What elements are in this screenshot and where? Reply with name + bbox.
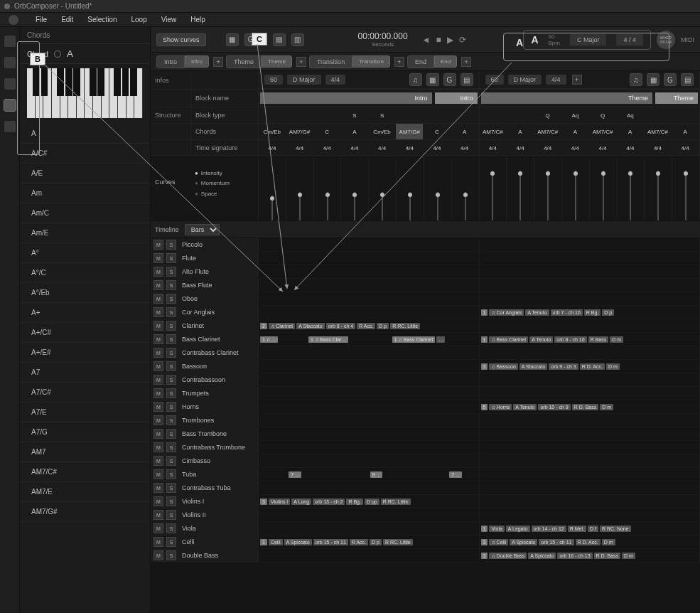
mute-button[interactable]: M [154,321,163,331]
midi-clip[interactable]: 3♫ Double BassA Spiccatoorb 16 - ch 13R … [480,550,700,561]
solo-button[interactable]: S [166,240,176,250]
tool-b-icon[interactable]: G [244,33,257,46]
mute-button[interactable]: M [154,348,163,358]
mute-button[interactable]: M [154,253,163,263]
chord-search-input[interactable] [67,48,95,59]
blocktype-cell[interactable] [672,107,699,123]
chord-cell[interactable]: AM7/C# [645,124,672,139]
section-tag[interactable]: Transition [352,55,390,68]
curve-point[interactable] [490,171,495,176]
solo-button[interactable]: S [166,321,176,331]
solo-button[interactable]: S [166,294,176,304]
curve-point[interactable] [270,196,274,201]
block-tool-icon[interactable]: ♫ [630,73,642,86]
timesig-cell[interactable]: 4/4 [369,140,397,156]
section-tag[interactable]: Intro [185,55,209,68]
tool-a-icon[interactable]: ▦ [226,33,239,46]
tool-c-icon[interactable]: ▤ [273,33,286,46]
mixer-button[interactable]: MIXER ROOM [657,31,675,49]
mute-button[interactable]: M [154,361,163,371]
curve-opt-space[interactable]: Space [195,189,254,199]
midi-clip[interactable]: 1CelliA Spiccatoorb 15 - ch 11R Acc.D pR… [259,536,479,548]
loop-button[interactable]: ⟳ [459,35,466,45]
chord-cell[interactable]: A [672,124,699,139]
timesig-cell[interactable]: 4/4 [672,140,699,156]
mute-button[interactable]: M [154,334,163,344]
block-name-bar[interactable]: Theme [481,92,653,104]
block-ts[interactable]: 4/4 [325,75,346,85]
curve-point[interactable] [628,171,632,176]
rail-chord-icon[interactable] [4,100,16,111]
chord-item[interactable]: AM7/C# [20,462,150,482]
blocktype-cell[interactable]: Aq [617,107,645,123]
chord-cell[interactable]: AM7/C# [589,124,617,139]
timesig-cell[interactable]: 4/4 [396,140,424,156]
tool-d-icon[interactable]: ▥ [291,33,304,46]
midi-clip[interactable]: 3♫ CelliA Spiccatoorb 15 - ch 11R D. Acc… [480,536,700,548]
block-tool-icon[interactable]: ▤ [681,73,694,86]
timesig-cell[interactable]: 4/4 [286,140,314,156]
mute-button[interactable]: M [154,415,163,425]
solo-button[interactable]: S [166,361,176,371]
mute-button[interactable]: M [154,267,163,277]
chord-cell[interactable]: C [424,124,451,139]
curve-point[interactable] [352,193,357,197]
blocktype-cell[interactable]: S [341,107,369,123]
mute-button[interactable]: M [154,240,163,250]
block-name-bar[interactable]: Intro [435,92,478,104]
chord-item[interactable]: Am/C [20,203,150,223]
block-tool-icon[interactable]: G [443,73,456,86]
section-button[interactable]: Theme [226,55,262,68]
section-button[interactable]: Transition [309,55,352,68]
curve-point[interactable] [408,193,412,197]
rail-grid-icon[interactable] [4,36,16,47]
mute-button[interactable]: M [154,550,163,560]
chord-item[interactable]: A+/E# [20,343,150,363]
curve-opt-momentum[interactable]: Momentum [195,178,254,188]
menu-help[interactable]: Help [190,16,205,23]
blocktype-cell[interactable]: Q [534,107,562,123]
timesig-cell[interactable]: 4/4 [645,140,672,156]
chord-item[interactable]: A°/C [20,263,150,283]
timesig-cell[interactable]: 4/4 [341,140,369,156]
rail-gear-icon[interactable] [4,78,16,90]
piano-preview[interactable] [27,68,143,118]
solo-button[interactable]: S [166,469,176,479]
play-button[interactable]: ▶ [447,35,453,45]
blocktype-cell[interactable] [313,107,341,123]
solo-button[interactable]: S [166,375,176,385]
chord-item[interactable]: AM7/G# [20,502,150,522]
timesig-cell[interactable]: 4/4 [424,140,451,156]
curve-opt-intensity[interactable]: Intensity [195,169,254,178]
mute-button[interactable]: M [154,280,163,290]
search-icon[interactable] [54,50,61,58]
blocktype-cell[interactable]: S [369,107,397,123]
curve-point[interactable] [656,171,660,176]
rail-piano-icon[interactable] [4,121,16,132]
block-tool-icon[interactable]: ♫ [409,73,422,86]
block-ts[interactable]: 4/4 [546,75,566,85]
chord-item[interactable]: A°/Eb [20,283,150,303]
block-tool-icon[interactable]: ▦ [647,73,659,86]
midi-clip[interactable]: 1 ♫ Bass Clarinet... [391,334,475,345]
scale-chip[interactable]: C Major [570,34,607,46]
solo-button[interactable]: S [166,523,176,533]
chord-item[interactable]: A7/C# [20,383,150,403]
solo-button[interactable]: S [166,253,176,263]
mute-button[interactable]: M [154,483,163,493]
solo-button[interactable]: S [166,442,176,452]
section-button[interactable]: End [407,55,434,68]
chord-item[interactable]: AM7 [20,442,150,462]
curve-point[interactable] [436,193,440,197]
chord-cell[interactable]: A [562,124,590,139]
chord-cell[interactable]: A [451,124,479,139]
chord-cell[interactable]: A [341,124,369,139]
midi-clip[interactable]: 1ViolaA Legatoorb 14 - ch 12R Mel.D fR R… [480,523,700,534]
logo-icon[interactable] [9,15,18,25]
curve-point[interactable] [380,193,384,197]
stop-button[interactable]: ■ [436,35,441,45]
chord-item[interactable]: A+/C# [20,323,150,343]
blocktype-cell[interactable]: Aq [562,107,590,123]
mute-button[interactable]: M [154,307,163,317]
mute-button[interactable]: M [154,510,163,520]
